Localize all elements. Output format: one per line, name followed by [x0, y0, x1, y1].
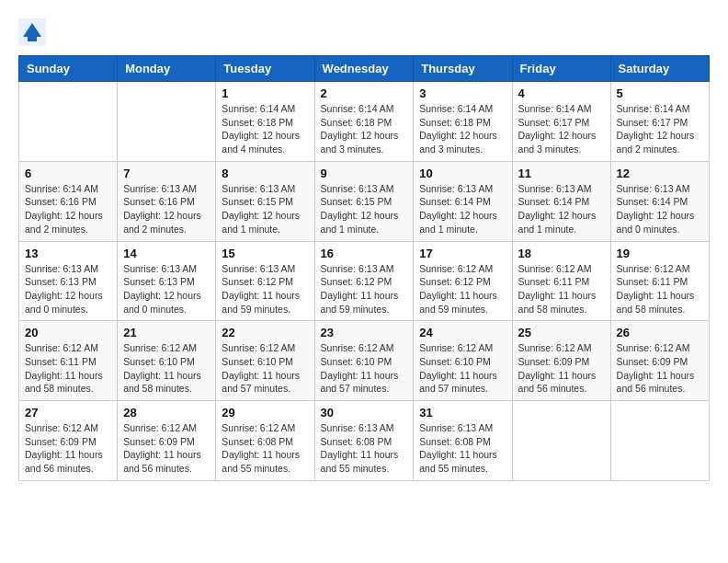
calendar-week-2: 6Sunrise: 6:14 AMSunset: 6:16 PMDaylight… [19, 161, 710, 241]
calendar-cell: 16Sunrise: 6:13 AMSunset: 6:12 PMDayligh… [314, 241, 414, 321]
day-header-monday: Monday [118, 56, 216, 82]
day-number: 12 [617, 167, 703, 180]
day-info: Sunrise: 6:13 AMSunset: 6:12 PMDaylight:… [222, 262, 308, 316]
day-number: 1 [222, 86, 308, 100]
calendar-cell: 4Sunrise: 6:14 AMSunset: 6:17 PMDaylight… [512, 82, 610, 162]
day-header-saturday: Saturday [610, 56, 709, 82]
day-header-tuesday: Tuesday [216, 56, 314, 82]
page-header [18, 18, 710, 46]
calendar-cell: 22Sunrise: 6:12 AMSunset: 6:10 PMDayligh… [216, 321, 314, 401]
calendar-cell: 12Sunrise: 6:13 AMSunset: 6:14 PMDayligh… [610, 161, 709, 241]
calendar-cell: 7Sunrise: 6:13 AMSunset: 6:16 PMDaylight… [118, 161, 216, 241]
day-number: 31 [419, 406, 506, 419]
day-info: Sunrise: 6:12 AMSunset: 6:11 PMDaylight:… [25, 341, 111, 396]
day-number: 7 [123, 167, 210, 180]
day-number: 18 [518, 247, 605, 260]
day-header-wednesday: Wednesday [314, 56, 414, 82]
day-header-thursday: Thursday [414, 56, 512, 82]
day-header-friday: Friday [512, 56, 610, 82]
day-number: 25 [518, 326, 605, 339]
calendar-cell: 24Sunrise: 6:12 AMSunset: 6:10 PMDayligh… [414, 321, 512, 401]
day-info: Sunrise: 6:12 AMSunset: 6:12 PMDaylight:… [419, 262, 506, 316]
day-info: Sunrise: 6:14 AMSunset: 6:16 PMDaylight:… [25, 182, 111, 236]
calendar-cell: 6Sunrise: 6:14 AMSunset: 6:16 PMDaylight… [19, 161, 118, 241]
day-number: 22 [222, 326, 308, 339]
day-number: 6 [25, 167, 111, 180]
day-number: 29 [222, 406, 308, 419]
day-number: 27 [25, 406, 111, 419]
day-number: 21 [123, 326, 210, 339]
calendar-cell: 10Sunrise: 6:13 AMSunset: 6:14 PMDayligh… [414, 161, 512, 241]
day-number: 14 [123, 247, 210, 260]
day-number: 24 [419, 326, 506, 339]
day-number: 10 [419, 167, 506, 180]
calendar-cell: 23Sunrise: 6:12 AMSunset: 6:10 PMDayligh… [314, 321, 414, 401]
day-number: 20 [25, 326, 111, 339]
day-info: Sunrise: 6:12 AMSunset: 6:09 PMDaylight:… [25, 421, 111, 476]
day-info: Sunrise: 6:14 AMSunset: 6:18 PMDaylight:… [222, 102, 308, 156]
calendar-cell [512, 401, 610, 481]
calendar-week-1: 1Sunrise: 6:14 AMSunset: 6:18 PMDaylight… [19, 82, 710, 162]
calendar-cell: 11Sunrise: 6:13 AMSunset: 6:14 PMDayligh… [512, 161, 610, 241]
day-info: Sunrise: 6:12 AMSunset: 6:09 PMDaylight:… [518, 341, 605, 396]
svg-rect-2 [28, 37, 37, 41]
calendar-cell: 26Sunrise: 6:12 AMSunset: 6:09 PMDayligh… [610, 321, 709, 401]
day-number: 2 [321, 86, 408, 100]
calendar-cell: 14Sunrise: 6:13 AMSunset: 6:13 PMDayligh… [118, 241, 216, 321]
calendar-cell: 29Sunrise: 6:12 AMSunset: 6:08 PMDayligh… [216, 401, 314, 481]
day-info: Sunrise: 6:13 AMSunset: 6:14 PMDaylight:… [617, 182, 703, 236]
day-info: Sunrise: 6:13 AMSunset: 6:08 PMDaylight:… [321, 421, 408, 476]
calendar-cell: 17Sunrise: 6:12 AMSunset: 6:12 PMDayligh… [414, 241, 512, 321]
day-info: Sunrise: 6:13 AMSunset: 6:15 PMDaylight:… [321, 182, 408, 236]
day-info: Sunrise: 6:14 AMSunset: 6:17 PMDaylight:… [518, 102, 605, 156]
day-number: 17 [419, 247, 506, 260]
day-info: Sunrise: 6:13 AMSunset: 6:13 PMDaylight:… [123, 262, 210, 316]
day-info: Sunrise: 6:13 AMSunset: 6:14 PMDaylight:… [518, 182, 605, 236]
calendar-table: SundayMondayTuesdayWednesdayThursdayFrid… [18, 55, 710, 481]
logo [18, 18, 50, 46]
calendar-cell: 13Sunrise: 6:13 AMSunset: 6:13 PMDayligh… [19, 241, 118, 321]
day-info: Sunrise: 6:13 AMSunset: 6:14 PMDaylight:… [419, 182, 506, 236]
day-number: 26 [617, 326, 703, 339]
day-info: Sunrise: 6:12 AMSunset: 6:10 PMDaylight:… [419, 341, 506, 396]
day-info: Sunrise: 6:13 AMSunset: 6:12 PMDaylight:… [321, 262, 408, 316]
day-header-sunday: Sunday [19, 56, 118, 82]
calendar-cell [19, 82, 118, 162]
day-number: 13 [25, 247, 111, 260]
day-number: 30 [321, 406, 408, 419]
calendar-week-4: 20Sunrise: 6:12 AMSunset: 6:11 PMDayligh… [19, 321, 710, 401]
logo-icon [18, 18, 46, 46]
calendar-cell: 28Sunrise: 6:12 AMSunset: 6:09 PMDayligh… [118, 401, 216, 481]
day-info: Sunrise: 6:12 AMSunset: 6:10 PMDaylight:… [222, 341, 308, 396]
calendar-cell: 20Sunrise: 6:12 AMSunset: 6:11 PMDayligh… [19, 321, 118, 401]
day-info: Sunrise: 6:14 AMSunset: 6:18 PMDaylight:… [321, 102, 408, 156]
calendar-cell: 27Sunrise: 6:12 AMSunset: 6:09 PMDayligh… [19, 401, 118, 481]
day-info: Sunrise: 6:12 AMSunset: 6:09 PMDaylight:… [617, 341, 703, 396]
day-number: 8 [222, 167, 308, 180]
day-number: 4 [518, 86, 605, 100]
day-info: Sunrise: 6:12 AMSunset: 6:09 PMDaylight:… [123, 421, 210, 476]
calendar-week-3: 13Sunrise: 6:13 AMSunset: 6:13 PMDayligh… [19, 241, 710, 321]
day-number: 5 [617, 86, 703, 100]
day-info: Sunrise: 6:13 AMSunset: 6:08 PMDaylight:… [419, 421, 506, 476]
day-number: 9 [321, 167, 408, 180]
day-number: 28 [123, 406, 210, 419]
calendar-cell: 8Sunrise: 6:13 AMSunset: 6:15 PMDaylight… [216, 161, 314, 241]
day-number: 11 [518, 167, 605, 180]
calendar-cell: 18Sunrise: 6:12 AMSunset: 6:11 PMDayligh… [512, 241, 610, 321]
day-info: Sunrise: 6:12 AMSunset: 6:11 PMDaylight:… [617, 262, 703, 316]
calendar-cell: 21Sunrise: 6:12 AMSunset: 6:10 PMDayligh… [118, 321, 216, 401]
day-number: 19 [617, 247, 703, 260]
day-info: Sunrise: 6:12 AMSunset: 6:08 PMDaylight:… [222, 421, 308, 476]
calendar-header-row: SundayMondayTuesdayWednesdayThursdayFrid… [19, 56, 710, 82]
calendar-cell: 30Sunrise: 6:13 AMSunset: 6:08 PMDayligh… [314, 401, 414, 481]
day-info: Sunrise: 6:12 AMSunset: 6:11 PMDaylight:… [518, 262, 605, 316]
day-number: 15 [222, 247, 308, 260]
day-info: Sunrise: 6:12 AMSunset: 6:10 PMDaylight:… [321, 341, 408, 396]
day-info: Sunrise: 6:14 AMSunset: 6:17 PMDaylight:… [617, 102, 703, 156]
calendar-cell: 15Sunrise: 6:13 AMSunset: 6:12 PMDayligh… [216, 241, 314, 321]
calendar-cell: 3Sunrise: 6:14 AMSunset: 6:18 PMDaylight… [414, 82, 512, 162]
calendar-cell: 2Sunrise: 6:14 AMSunset: 6:18 PMDaylight… [314, 82, 414, 162]
day-number: 23 [321, 326, 408, 339]
day-info: Sunrise: 6:13 AMSunset: 6:13 PMDaylight:… [25, 262, 111, 316]
